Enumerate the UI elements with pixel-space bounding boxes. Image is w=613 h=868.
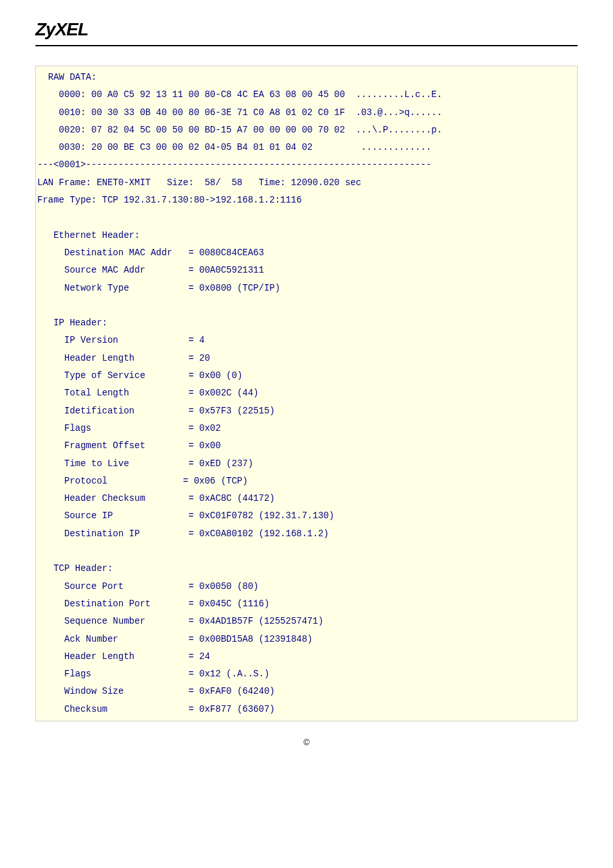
ip-row-6-val: = 0x00 (188, 440, 220, 451)
tcp-row-0-key: Source Port (37, 581, 172, 592)
eth-row-0-val: = 0080C84CEA63 (188, 248, 264, 258)
ip-row-2-val: = 0x00 (0) (188, 370, 242, 381)
ip-header-label: IP Header: (37, 318, 107, 328)
tcp-row-3-val: = 0x00BD15A8 (12391848) (188, 634, 312, 644)
ip-row-11-val: = 0xC0A80102 (192.168.1.2) (188, 529, 328, 539)
page-footer: © (35, 737, 578, 747)
ip-row-8-key: Protocol (37, 476, 167, 486)
ethernet-header-label: Ethernet Header: (37, 230, 140, 240)
ip-row-8-val: = 0x06 (TCP) (177, 476, 247, 486)
ip-row-5-val: = 0x02 (188, 423, 220, 433)
eth-row-2-val: = 0x0800 (TCP/IP) (188, 283, 280, 293)
copyright-symbol: © (303, 737, 310, 747)
ip-row-9-key: Header Checksum (37, 493, 172, 503)
ip-row-11-key: Destination IP (37, 529, 172, 539)
tcp-row-2-key: Sequence Number (37, 616, 172, 626)
eth-row-0-key: Destination MAC Addr (37, 248, 172, 258)
tcp-row-0-val: = 0x0050 (80) (188, 581, 258, 592)
ip-row-10-key: Source IP (37, 511, 172, 521)
tcp-row-4-key: Header Length (37, 651, 172, 662)
ip-row-9-val: = 0xAC8C (44172) (188, 493, 274, 503)
page-container: ZyXEL RAW DATA: 0000: 00 A0 C5 92 13 11 … (0, 0, 613, 760)
ip-row-1-key: Header Length (37, 353, 172, 363)
frame-header-1: LAN Frame: ENET0-XMIT Size: 58/ 58 Time:… (37, 177, 361, 188)
raw-line-1: 0010: 00 30 33 0B 40 00 80 06-3E 71 C0 A… (37, 107, 442, 118)
brand-logo: ZyXEL (35, 19, 88, 39)
ip-row-2-key: Type of Service (37, 370, 172, 381)
tcp-row-6-val: = 0xFAF0 (64240) (188, 686, 274, 696)
ip-row-4-key: Idetification (37, 406, 172, 416)
tcp-row-5-val: = 0x12 (.A..S.) (188, 669, 269, 679)
tcp-header-label: TCP Header: (37, 563, 113, 574)
tcp-row-4-val: = 24 (188, 651, 210, 662)
divider: ---<0001>-------------------------------… (37, 159, 431, 170)
ip-row-1-val: = 20 (188, 353, 210, 363)
ip-row-3-val: = 0x002C (44) (188, 388, 258, 398)
ip-row-0-key: IP Version (37, 335, 172, 345)
frame-header-2: Frame Type: TCP 192.31.7.130:80->192.168… (37, 195, 302, 205)
page-header: ZyXEL (35, 19, 578, 46)
tcp-row-5-key: Flags (37, 669, 172, 679)
ip-row-3-key: Total Length (37, 388, 172, 398)
eth-row-2-key: Network Type (37, 283, 172, 293)
tcp-row-2-val: = 0x4AD1B57F (1255257471) (188, 616, 323, 626)
ip-row-7-val: = 0xED (237) (188, 458, 253, 469)
tcp-row-6-key: Window Size (37, 686, 172, 696)
tcp-row-7-val: = 0xF877 (63607) (188, 704, 274, 714)
tcp-row-1-val: = 0x045C (1116) (188, 599, 269, 609)
raw-data-label: RAW DATA: (37, 72, 96, 82)
raw-line-3: 0030: 20 00 BE C3 00 00 02 04-05 B4 01 0… (37, 142, 448, 152)
packet-dump-block: RAW DATA: 0000: 00 A0 C5 92 13 11 00 80-… (35, 66, 578, 721)
eth-row-1-key: Source MAC Addr (37, 265, 172, 275)
tcp-row-3-key: Ack Number (37, 634, 172, 644)
raw-line-0: 0000: 00 A0 C5 92 13 11 00 80-C8 4C EA 6… (37, 89, 442, 100)
ip-row-7-key: Time to Live (37, 458, 172, 469)
ip-row-5-key: Flags (37, 423, 172, 433)
ip-row-10-val: = 0xC01F0782 (192.31.7.130) (188, 511, 334, 521)
ip-row-4-val: = 0x57F3 (22515) (188, 406, 274, 416)
tcp-row-7-key: Checksum (37, 704, 172, 714)
ip-row-0-val: = 4 (188, 335, 204, 345)
eth-row-1-val: = 00A0C5921311 (188, 265, 264, 275)
tcp-row-1-key: Destination Port (37, 599, 172, 609)
ip-row-6-key: Fragment Offset (37, 440, 172, 451)
raw-line-2: 0020: 07 82 04 5C 00 50 00 BD-15 A7 00 0… (37, 125, 442, 135)
